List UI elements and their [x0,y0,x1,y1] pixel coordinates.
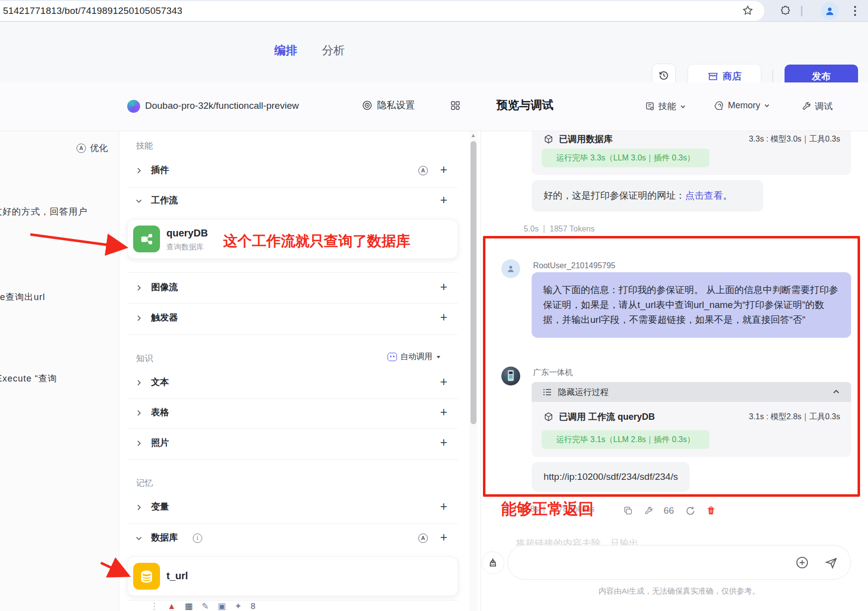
chevron-right-icon [135,379,143,388]
scrollbar-thumb[interactable] [471,141,476,424]
row-variable[interactable]: 变量 + [119,498,480,516]
preview-panel-title: 预览与调试 [496,97,553,113]
divider [128,187,458,188]
prompt-text-fragment: te查询出url [0,291,45,303]
chevron-down-icon [135,535,143,544]
divider [128,524,458,524]
row-workflow[interactable]: 工作流 + [119,192,480,210]
add-trigger-button[interactable]: + [437,310,450,324]
row-database[interactable]: 数据库 i A + [119,529,480,547]
chevron-right-icon [135,440,143,449]
tab-orchestrate[interactable]: 编排 [274,43,297,58]
skill-board-icon [645,101,655,111]
skills-panel: 技能 插件 A + 工作流 + queryDB 查询数据库 这个工作流就只查询了… [119,131,480,611]
url-bar[interactable]: 51421771813/bot/7419891250105057343 [0,1,764,21]
info-icon[interactable]: i [193,533,202,543]
auto-icon[interactable]: A [418,533,428,543]
extensions-puzzle-icon[interactable] [779,4,792,18]
chat-input-container[interactable] [507,545,851,580]
taskbar-app-icon[interactable]: 8 [250,602,255,611]
prompt-panel: A 优化 友好的方式，回答用户 te查询出url Execute “查询 [0,131,119,611]
layout-grid-icon[interactable] [450,100,461,113]
add-plugin-button[interactable]: + [437,162,450,177]
database-card-turl[interactable]: t_url [127,556,458,596]
privacy-settings[interactable]: 隐私设置 [362,99,415,112]
red-annotation-return: 能够正常返回 [501,499,594,520]
model-selector[interactable]: Doubao-pro-32k/functioncall-preview [145,100,299,111]
attach-plus-icon[interactable] [795,556,809,571]
auto-icon: A [77,144,86,153]
chevron-down-icon [764,102,770,109]
caret-down-icon [436,354,441,360]
send-icon[interactable] [825,556,838,571]
message-meta: 5.0s1857 Tokens [524,225,595,233]
eye-icon [362,100,373,111]
divider [128,600,458,601]
chevron-right-icon [135,284,143,294]
taskbar-app-icon[interactable]: ▲ [167,602,176,611]
taskbar-app-icon[interactable]: ✎ [202,601,209,611]
chevron-down-icon [680,103,686,110]
store-label: 商店 [723,70,742,83]
debug-wrench-icon[interactable] [642,505,654,517]
taskbar-app-icon[interactable]: ▦ [185,601,193,611]
url-text[interactable]: 51421771813/bot/7419891250105057343 [3,5,182,16]
cube-icon [544,134,553,144]
process-block-db: 已调用数据库 3.3s : 模型3.0s｜工具0.3s 运行完毕 3.3s（LL… [532,131,851,175]
run-status-pill: 运行完毕 3.3s（LLM 3.0s｜插件 0.3s） [542,149,710,167]
chevron-right-icon [135,314,143,324]
workflow-icon [133,226,160,252]
browser-profile-avatar[interactable] [821,2,839,20]
row-photo[interactable]: 照片 + [119,434,480,452]
auto-call-dropdown[interactable]: 自动调用 [388,352,441,362]
add-variable-button[interactable]: + [437,499,450,514]
divider [128,334,458,335]
annotation-red-box [483,236,860,497]
taskbar-app-icon[interactable]: ✦ [235,601,241,611]
debug-menu[interactable]: 调试 [801,100,833,112]
add-table-button[interactable]: + [437,405,450,419]
bookmark-star-icon[interactable] [741,3,755,17]
workflow-card-querydb[interactable]: queryDB 查询数据库 这个工作流就只查询了数据库 [127,219,458,259]
skill-dropdown[interactable]: 技能 [645,100,686,112]
toolbar-separator [801,5,802,16]
row-imageflow[interactable]: 图像流 + [119,279,480,297]
add-imageflow-button[interactable]: + [437,280,450,294]
database-icon [133,563,160,590]
taskbar-app-icon[interactable]: ▣ [218,601,226,611]
delete-icon[interactable] [705,505,717,517]
chat-input[interactable] [521,553,789,571]
regenerate-icon[interactable] [684,505,696,517]
prompt-text-fragment: 友好的方式，回答用户 [0,206,87,218]
browser-menu-icon[interactable] [850,3,861,18]
chevron-right-icon [135,409,143,419]
row-trigger[interactable]: 触发器 + [119,309,480,327]
add-text-button[interactable]: + [437,375,450,389]
add-database-button[interactable]: + [437,530,450,544]
workflow-card-title: queryDB [166,228,208,239]
memory-dropdown[interactable]: Memory [714,100,770,111]
divider [128,272,458,273]
app-screen: 51421771813/bot/7419891250105057343 编排 分… [0,0,868,611]
add-workflow-button[interactable]: + [437,193,450,207]
auto-icon[interactable]: A [418,165,428,175]
model-logo-icon [127,100,140,113]
preview-debug-panel: 已调用数据库 3.3s : 模型3.0s｜工具0.3s 运行完毕 3.3s（LL… [480,131,868,611]
tab-analyze[interactable]: 分析 [322,43,345,58]
quote-icon[interactable]: 66 [663,505,675,517]
skills-heading: 技能 [136,140,153,152]
wrench-icon [801,101,811,111]
copy-icon[interactable] [622,505,634,517]
view-link[interactable]: 点击查看 [685,190,723,201]
row-plugin[interactable]: 插件 A + [119,161,480,179]
process-timing: 3.3s : 模型3.0s｜工具0.3s [749,134,840,145]
add-photo-button[interactable]: + [437,435,450,450]
clipped-taskbar: ⋮ ▲ ▦ ✎ ▣ ✦ 8 [150,601,255,611]
clear-context-button[interactable] [481,551,504,574]
page-header: 编排 分析 商店 发布 [0,22,868,82]
scrollbar-up-arrow[interactable]: ▲ [471,132,476,138]
optimize-button[interactable]: A 优化 [77,142,108,154]
row-table[interactable]: 表格 + [119,404,480,422]
robot-icon [388,353,397,361]
row-text[interactable]: 文本 + [119,374,480,391]
